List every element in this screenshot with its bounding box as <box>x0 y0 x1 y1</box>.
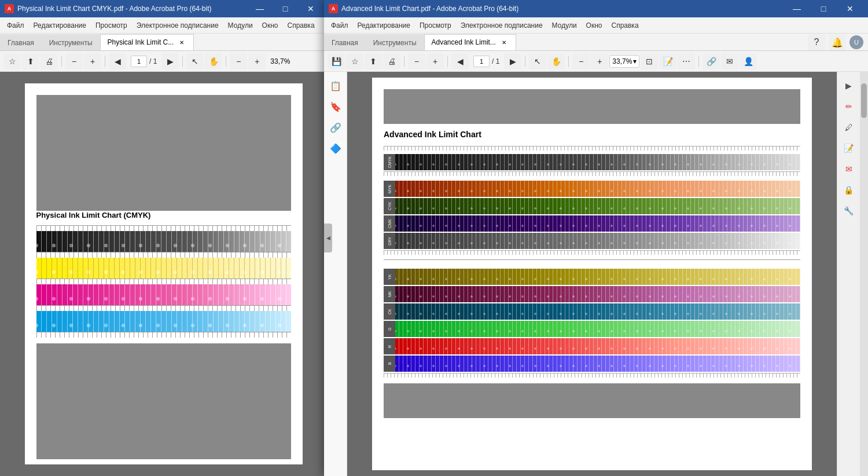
physical-cyan-bar <box>36 311 291 332</box>
fg-sidebar-right: ▶ ✏ 🖊 📝 ✉ 🔒 🔧 <box>837 72 860 476</box>
fg-email-button[interactable]: ✉ <box>721 53 738 69</box>
fg-main: 📋 🔖 🔗 🔷 ◀ Advanced Ink Limit Chart CMYK <box>324 72 868 476</box>
fg-zoom-in-button[interactable]: + <box>426 53 444 69</box>
fg-next-page-button[interactable]: ▶ <box>504 53 521 69</box>
fg-zoom-select[interactable]: 33,7% ▾ <box>609 55 639 68</box>
fg-content: Advanced Ink Limit Chart CMYK <box>347 72 837 476</box>
fg-menu-edit[interactable]: Редактирование <box>353 19 415 32</box>
fg-right-annotate-icon[interactable]: 📝 <box>840 139 858 158</box>
fg-prev-page-button[interactable]: ◀ <box>451 53 469 69</box>
fg-fit-button[interactable]: ⊡ <box>641 53 658 69</box>
adv-strip-myk: MYK <box>384 181 800 197</box>
fg-minimize-button[interactable]: — <box>784 0 810 17</box>
fg-help-button[interactable]: ? <box>808 34 825 50</box>
bg-zoom-level: 33,7% <box>267 57 293 65</box>
fg-sidebar-link-icon[interactable]: 🔗 <box>326 118 345 137</box>
bg-menu-modules[interactable]: Модули <box>223 19 258 32</box>
fg-right-edit-icon[interactable]: ✏ <box>840 97 858 116</box>
fg-more-button[interactable]: ⋯ <box>678 53 695 69</box>
bg-tab-home[interactable]: Главная <box>0 34 42 50</box>
bg-zoom-in-button[interactable]: + <box>84 53 101 69</box>
fg-right-arrow-icon[interactable]: ▶ <box>840 76 858 95</box>
adv-bar-gry <box>395 233 800 249</box>
fg-upload-button[interactable]: ⬆ <box>365 53 382 69</box>
bg-tab-doc[interactable]: Physical Ink Limit C... ✕ <box>100 34 194 50</box>
fg-user-avatar[interactable]: U <box>849 35 863 49</box>
adv-section-ruler <box>384 259 800 264</box>
adv-strip-gry: GRY <box>384 233 800 249</box>
bg-menu-help[interactable]: Справка <box>282 19 319 32</box>
bg-tab-home-label: Главная <box>8 39 34 47</box>
bg-minimize-button[interactable]: — <box>248 0 271 17</box>
fg-menu-help[interactable]: Справка <box>606 19 643 32</box>
fg-menu-sign[interactable]: Электронное подписание <box>456 19 547 32</box>
fg-sidebar-copy-icon[interactable]: 📋 <box>326 76 345 95</box>
bg-bookmark-button[interactable]: ☆ <box>3 53 21 69</box>
bg-menu-edit[interactable]: Редактирование <box>29 19 91 32</box>
adv-bar-r <box>395 338 800 354</box>
fg-collapse-handle[interactable]: ◀ <box>324 224 332 252</box>
fg-tab-tools[interactable]: Инструменты <box>366 34 424 50</box>
bg-page-input[interactable] <box>131 56 147 67</box>
fg-notification-button[interactable]: 🔔 <box>829 34 846 50</box>
fg-zoom-out-button[interactable]: − <box>408 53 425 69</box>
fg-select-button[interactable]: ↖ <box>529 53 546 69</box>
fg-zoom-reduce-button[interactable]: − <box>572 53 590 69</box>
fg-tab-doc[interactable]: Advanced Ink Limit... ✕ <box>424 34 516 50</box>
physical-yellow-bar <box>36 258 291 279</box>
adv-ruler-3 <box>384 373 800 378</box>
fg-menu-view[interactable]: Просмотр <box>415 19 456 32</box>
fg-close-button[interactable]: ✕ <box>837 0 863 17</box>
fg-right-tool-icon[interactable]: 🔧 <box>840 202 858 220</box>
adv-bar-g <box>395 321 800 337</box>
fg-print-button[interactable]: 🖨 <box>383 53 400 69</box>
fg-bookmark-button[interactable]: ☆ <box>346 53 363 69</box>
bg-toolbar-sep1 <box>61 56 62 67</box>
fg-toolbar-sep3 <box>525 56 525 67</box>
fg-menu-modules[interactable]: Модули <box>547 19 582 32</box>
adv-strip-b: B <box>384 356 800 372</box>
bg-select-button[interactable]: ↖ <box>186 53 204 69</box>
adv-strip-cmk: CMK <box>384 215 800 232</box>
fg-right-email-icon[interactable]: ✉ <box>840 160 858 178</box>
bg-zoom-out-button[interactable]: − <box>65 53 83 69</box>
bg-close-button[interactable]: ✕ <box>299 0 322 17</box>
bg-menu-window[interactable]: Окно <box>258 19 283 32</box>
bg-menu-file[interactable]: Файл <box>2 19 29 32</box>
bg-print-button[interactable]: 🖨 <box>41 53 58 69</box>
fg-scrollbar-thumb[interactable] <box>861 83 867 118</box>
fg-sidebar-bookmark-icon[interactable]: 🔖 <box>326 97 345 116</box>
adv-strip-cmyk: CMYK <box>384 154 800 170</box>
fg-zoom-add-button[interactable]: + <box>591 53 608 69</box>
fg-user-button[interactable]: 👤 <box>740 53 757 69</box>
bg-menu-view[interactable]: Просмотр <box>91 19 132 32</box>
physical-ruler-4 <box>36 332 291 338</box>
bg-zoom-add-button[interactable]: + <box>248 53 266 69</box>
fg-right-lock-icon[interactable]: 🔒 <box>840 181 858 199</box>
bg-prev-page-button[interactable]: ◀ <box>109 53 126 69</box>
bg-maximize-button[interactable]: □ <box>274 0 297 17</box>
fg-pan-button[interactable]: ✋ <box>547 53 565 69</box>
bg-upload-button[interactable]: ⬆ <box>22 53 39 69</box>
bg-tab-close-icon[interactable]: ✕ <box>177 38 186 47</box>
fg-scrollbar[interactable] <box>860 72 868 476</box>
bg-tab-tools[interactable]: Инструменты <box>42 34 100 50</box>
bg-menu-sign[interactable]: Электронное подписание <box>132 19 223 32</box>
bg-pan-button[interactable]: ✋ <box>205 53 222 69</box>
fg-menu-file[interactable]: Файл <box>326 19 353 32</box>
physical-black-bar <box>36 231 291 252</box>
fg-page-input[interactable] <box>473 56 490 67</box>
fg-sidebar-layers-icon[interactable]: 🔷 <box>326 139 345 158</box>
fg-menu-window[interactable]: Окно <box>582 19 607 32</box>
fg-save-button[interactable]: 💾 <box>328 53 345 69</box>
fg-maximize-button[interactable]: □ <box>810 0 837 17</box>
fg-annotation-button[interactable]: 📝 <box>659 53 676 69</box>
physical-ruler-1 <box>36 252 291 258</box>
adv-section-2: MYK CYK <box>384 181 800 255</box>
fg-tab-close-icon[interactable]: ✕ <box>499 38 509 47</box>
bg-next-page-button[interactable]: ▶ <box>161 53 179 69</box>
fg-right-pen-icon[interactable]: 🖊 <box>840 118 858 137</box>
bg-zoom-reduce-button[interactable]: − <box>230 53 247 69</box>
fg-link-button[interactable]: 🔗 <box>703 53 720 69</box>
fg-tab-home[interactable]: Главная <box>324 34 366 50</box>
